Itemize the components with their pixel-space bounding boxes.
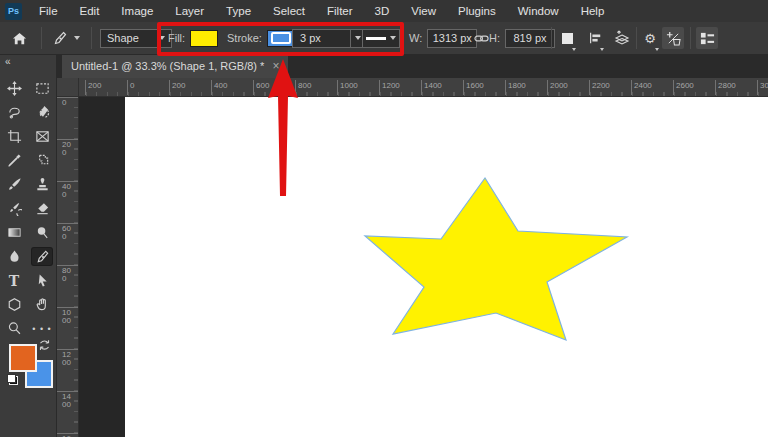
vertical-ruler[interactable]: 02004006008001000120014001600 bbox=[56, 96, 79, 437]
menu-select[interactable]: Select bbox=[262, 0, 316, 22]
home-button[interactable] bbox=[12, 22, 27, 54]
fill-color-swatch[interactable] bbox=[190, 30, 218, 47]
frame-tool[interactable] bbox=[32, 128, 52, 145]
menu-3d[interactable]: 3D bbox=[364, 0, 401, 22]
pen-tool-icon bbox=[52, 30, 68, 46]
width-input[interactable]: 1313 px bbox=[427, 29, 477, 48]
path-operations-icon bbox=[562, 33, 573, 44]
height-group: H: 819 px bbox=[489, 22, 555, 54]
ruler-tick-label: 400 bbox=[62, 183, 71, 198]
menu-bar: Ps File Edit Image Layer Type Select Fil… bbox=[0, 0, 768, 22]
path-selection-tool[interactable] bbox=[32, 272, 52, 289]
ruler-tick-label: 1600 bbox=[466, 81, 484, 90]
ruler-tick-label: 1000 bbox=[62, 309, 71, 324]
history-brush-tool[interactable] bbox=[4, 200, 24, 217]
menu-edit[interactable]: Edit bbox=[69, 0, 111, 22]
tool-mode-select[interactable]: Shape bbox=[100, 22, 172, 54]
width-group: W: 1313 px bbox=[409, 22, 477, 54]
rectangular-marquee-tool[interactable] bbox=[32, 80, 52, 97]
ruler-tick-label: 200 bbox=[62, 141, 71, 156]
default-colors-icon[interactable] bbox=[7, 374, 18, 385]
stroke-color-swatch[interactable] bbox=[267, 30, 295, 47]
edit-delete-live-shape-toggle[interactable] bbox=[662, 27, 684, 49]
menu-help[interactable]: Help bbox=[570, 0, 616, 22]
eyedropper-tool[interactable] bbox=[4, 152, 24, 169]
h-label: H: bbox=[489, 32, 500, 44]
crop-tool[interactable] bbox=[4, 128, 24, 145]
menu-view[interactable]: View bbox=[400, 0, 447, 22]
foreground-color-swatch[interactable] bbox=[9, 344, 37, 372]
ruler-tick-label: 200 bbox=[172, 81, 185, 90]
stroke-width-select[interactable]: 3 px bbox=[292, 22, 366, 54]
star-shape[interactable] bbox=[56, 78, 768, 437]
path-operations-button[interactable] bbox=[558, 22, 576, 54]
ruler-tick-label: 800 bbox=[62, 267, 71, 282]
stroke-type-select[interactable] bbox=[362, 22, 400, 54]
menu-image[interactable]: Image bbox=[110, 0, 164, 22]
ruler-tick-label: 1000 bbox=[340, 81, 358, 90]
gradient-tool[interactable] bbox=[4, 224, 24, 241]
horizontal-ruler[interactable]: 2000200400600800100012001400160018002000… bbox=[56, 78, 768, 97]
close-tab-icon[interactable]: × bbox=[272, 60, 279, 72]
hand-tool[interactable] bbox=[32, 296, 52, 313]
color-controls bbox=[0, 336, 56, 436]
document-tab-title: Untitled-1 @ 33.3% (Shape 1, RGB/8) * bbox=[71, 60, 264, 72]
align-icon bbox=[588, 31, 602, 45]
ruler-tick-label: 1800 bbox=[508, 81, 526, 90]
zoom-tool[interactable] bbox=[4, 320, 24, 337]
align-edges-toggle[interactable] bbox=[696, 27, 718, 49]
move-tool[interactable] bbox=[4, 80, 24, 97]
shape-tool[interactable] bbox=[4, 296, 24, 313]
ruler-tick-label: 3000 bbox=[760, 81, 768, 90]
ruler-tick-label: 2400 bbox=[634, 81, 652, 90]
menu-filter[interactable]: Filter bbox=[316, 0, 364, 22]
ruler-tick-label: 1400 bbox=[62, 393, 71, 408]
ruler-tick-label: 0 bbox=[62, 99, 71, 107]
shape-options-button[interactable]: ⚙ bbox=[641, 22, 659, 54]
tools-panel: « bbox=[0, 54, 57, 437]
chain-link-icon bbox=[474, 31, 489, 46]
menu-window[interactable]: Window bbox=[507, 0, 570, 22]
ruler-tick-label: 800 bbox=[298, 81, 311, 90]
width-value: 1313 px bbox=[433, 32, 472, 44]
path-arrangement-button[interactable] bbox=[612, 22, 632, 54]
blur-tool[interactable] bbox=[4, 248, 24, 265]
healing-brush-tool[interactable] bbox=[32, 152, 52, 169]
ruler-tick-label: 2800 bbox=[718, 81, 736, 90]
ruler-tick-label: 1200 bbox=[62, 351, 71, 366]
dodge-tool[interactable] bbox=[32, 224, 52, 241]
menu-file[interactable]: File bbox=[28, 0, 69, 22]
stroke-group: Stroke: bbox=[227, 22, 295, 54]
pen-tool[interactable] bbox=[32, 248, 52, 265]
document-tab[interactable]: Untitled-1 @ 33.3% (Shape 1, RGB/8) * × bbox=[62, 54, 288, 78]
tool-preset-picker[interactable] bbox=[52, 22, 80, 54]
ruler-tick-label: 400 bbox=[214, 81, 227, 90]
ruler-tick-label: 2600 bbox=[676, 81, 694, 90]
chevron-down-icon bbox=[390, 36, 396, 40]
edit-toolbar-button[interactable]: • • • bbox=[32, 320, 52, 337]
quick-selection-tool[interactable] bbox=[32, 104, 52, 121]
path-alignment-button[interactable] bbox=[586, 22, 604, 54]
ellipsis-icon: • • • bbox=[32, 324, 51, 334]
lasso-tool[interactable] bbox=[4, 104, 24, 121]
ruler-origin-corner[interactable] bbox=[56, 78, 79, 97]
menu-layer[interactable]: Layer bbox=[164, 0, 215, 22]
chevron-down-icon bbox=[600, 48, 604, 51]
options-bar: Shape Fill: Stroke: 3 px W: 1313 px bbox=[0, 22, 768, 55]
menu-type[interactable]: Type bbox=[215, 0, 262, 22]
height-input[interactable]: 819 px bbox=[505, 29, 555, 48]
link-dimensions-button[interactable] bbox=[474, 22, 489, 54]
plus-trash-icon bbox=[666, 31, 681, 46]
eraser-tool[interactable] bbox=[32, 200, 52, 217]
tool-mode-value: Shape bbox=[107, 32, 139, 44]
type-tool[interactable]: T bbox=[4, 272, 24, 289]
photoshop-logo[interactable]: Ps bbox=[5, 3, 22, 20]
menu-plugins[interactable]: Plugins bbox=[447, 0, 507, 22]
swap-colors-icon[interactable] bbox=[38, 339, 51, 352]
ruler-tick-label: 200 bbox=[88, 81, 101, 90]
divider bbox=[41, 27, 42, 49]
clone-stamp-tool[interactable] bbox=[32, 176, 52, 193]
divider bbox=[551, 27, 552, 49]
collapse-panel-button[interactable]: « bbox=[0, 54, 56, 67]
brush-tool[interactable] bbox=[4, 176, 24, 193]
